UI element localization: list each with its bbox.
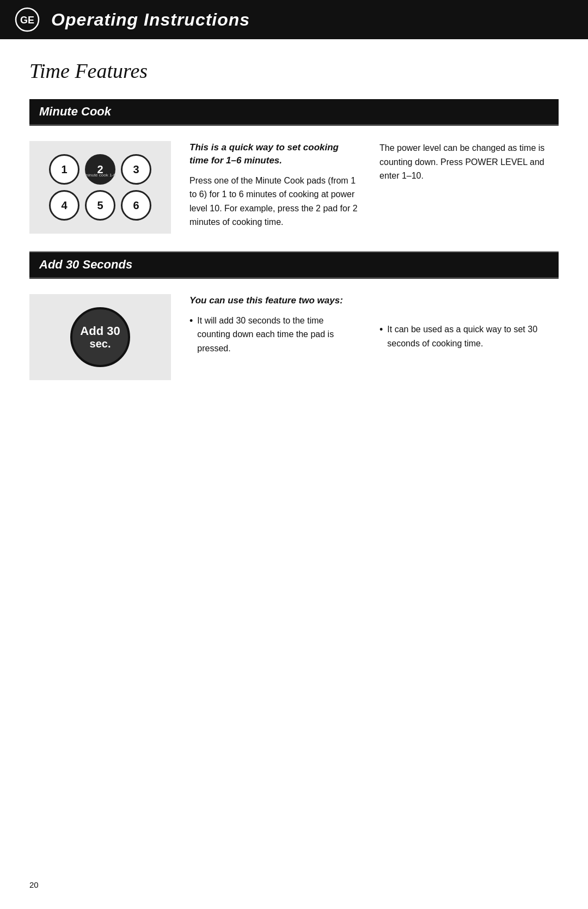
- minute-cook-header: Minute Cook: [29, 99, 559, 124]
- keypad-sub-label: minute cook 1-6: [85, 173, 116, 178]
- minute-cook-col2: The power level can be changed as time i…: [369, 141, 559, 234]
- add30-bullet-1: • It will add 30 seconds to the time cou…: [189, 314, 358, 356]
- minute-cook-image: 1 2 minute cook 1-6 3 4 5 6: [29, 141, 171, 234]
- page-content: Time Features Minute Cook 1 2 minute coo…: [0, 39, 588, 430]
- bullet-dot-1: •: [189, 314, 193, 328]
- minute-cook-text: This is a quick way to set cooking time …: [171, 141, 559, 234]
- page-wrapper: GE Operating Instructions Time Features …: [0, 0, 588, 909]
- key-2[interactable]: 2 minute cook 1-6: [85, 154, 115, 185]
- brand-logo: GE: [13, 5, 41, 34]
- section-add30: Add 30 Seconds Add 30 sec. You can use t…: [29, 252, 559, 398]
- key-1[interactable]: 1: [49, 154, 79, 185]
- add30-col2-bullet-1: • It can be used as a quick way to set 3…: [379, 322, 548, 350]
- add30-col2: • It can be used as a quick way to set 3…: [369, 294, 559, 380]
- add30-line1: Add 30: [80, 325, 120, 338]
- add30-line2: sec.: [90, 338, 111, 350]
- add30-header: Add 30 Seconds: [29, 252, 559, 277]
- page-number: 20: [29, 880, 39, 889]
- key-6[interactable]: 6: [121, 190, 151, 221]
- minute-cook-col1: This is a quick way to set cooking time …: [184, 141, 369, 234]
- minute-cook-col2-text: The power level can be changed as time i…: [379, 141, 548, 183]
- add30-bullet-1-text: It will add 30 seconds to the time count…: [197, 314, 358, 356]
- logo-icon: GE: [15, 7, 40, 32]
- add30-image: Add 30 sec.: [29, 294, 171, 380]
- add30-body: Add 30 sec. You can use this feature two…: [29, 277, 559, 398]
- svg-text:GE: GE: [20, 15, 34, 26]
- add30-col1: You can use this feature two ways: • It …: [184, 294, 369, 380]
- keypad: 1 2 minute cook 1-6 3 4 5 6: [49, 154, 151, 221]
- key-5[interactable]: 5: [85, 190, 115, 221]
- section-minute-cook: Minute Cook 1 2 minute cook 1-6 3 4 5 6: [29, 99, 559, 251]
- add30-col2-bullet-1-text: It can be used as a quick way to set 30 …: [387, 322, 548, 350]
- minute-cook-body: 1 2 minute cook 1-6 3 4 5 6 This is: [29, 124, 559, 251]
- page-title: Time Features: [29, 59, 559, 83]
- add30-text: You can use this feature two ways: • It …: [171, 294, 559, 380]
- minute-cook-body-text: Press one of the Minute Cook pads (from …: [189, 174, 358, 229]
- key-4[interactable]: 4: [49, 190, 79, 221]
- add30-button[interactable]: Add 30 sec.: [70, 307, 130, 367]
- key-3[interactable]: 3: [121, 154, 151, 185]
- bullet-dot-2: •: [379, 322, 383, 337]
- header-bar: GE Operating Instructions: [0, 0, 588, 39]
- header-title: Operating Instructions: [51, 10, 250, 30]
- minute-cook-bold-intro: This is a quick way to set cooking time …: [189, 141, 358, 167]
- add30-bold-intro: You can use this feature two ways:: [189, 294, 358, 307]
